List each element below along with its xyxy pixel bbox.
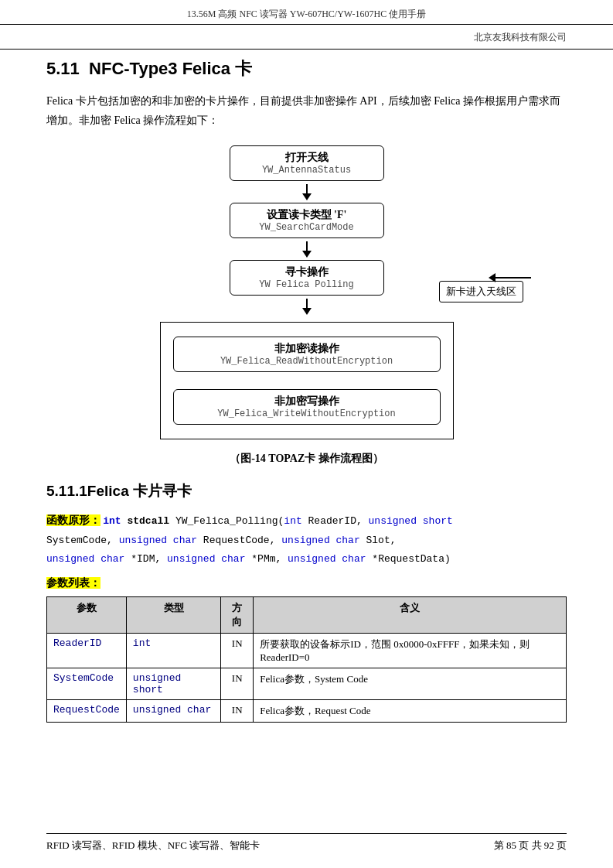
- param-name-6: *PMm,: [251, 553, 288, 565]
- param-type-3: unsigned char: [119, 535, 197, 546]
- flow-box-antenna-sub: YW_AntennaStatus: [246, 165, 368, 176]
- keyword-stdcall: stdcall: [127, 515, 175, 527]
- function-definition: 函数原形： int stdcall YW_Felica_Polling(int …: [46, 511, 567, 568]
- param-type-6: unsigned char: [167, 553, 245, 565]
- page-content: 5.11 NFC-Type3 Felica 卡 Felica 卡片包括加密的和非…: [0, 50, 613, 769]
- flow-box-polling-sub: YW Felica Polling: [246, 279, 368, 290]
- arrow-1: [302, 181, 312, 203]
- cell-param-1: ReaderID: [47, 633, 127, 668]
- cell-type-3: unsigned char: [126, 699, 220, 722]
- cell-dir-3: IN: [221, 699, 254, 722]
- col-header-type: 类型: [126, 596, 220, 633]
- param-name-3: RequestCode,: [203, 535, 281, 546]
- subsection-title: 5.11.1Felica 卡片寻卡: [46, 481, 567, 501]
- func-name: YW_Felica_Polling(: [175, 515, 284, 527]
- table-header-row: 参数 类型 方向 含义: [47, 596, 567, 633]
- flowchart-caption: （图-14 TOPAZ卡 操作流程图）: [46, 452, 567, 466]
- side-note-text: 新卡进入天线区: [446, 285, 516, 297]
- side-note-newcard: 新卡进入天线区: [439, 281, 523, 302]
- flow-box-searchcard: 设置读卡类型 'F' YW_SearchCardMode: [230, 203, 384, 238]
- flow-box-read: 非加密读操作 YW_Felica_ReadWithoutEncryption: [173, 337, 441, 372]
- flow-box-searchcard-title: 设置读卡类型 'F': [246, 208, 368, 222]
- flow-box-write: 非加密写操作 YW_Felica_WriteWithoutEncryption: [173, 389, 441, 425]
- table-row: ReaderID int IN 所要获取的设备标示ID，范围 0x0000-0x…: [47, 633, 567, 668]
- keyword-int: int: [103, 515, 121, 527]
- arrow-2: [302, 238, 312, 260]
- cell-param-3: RequestCode: [47, 699, 127, 722]
- param-type-1: int: [284, 515, 301, 527]
- flow-box-polling: 寻卡操作 YW Felica Polling: [230, 260, 384, 296]
- intro-content: Felica 卡片包括加密的和非加密的卡片操作，目前提供非加密操作 API，后续…: [46, 95, 560, 126]
- parameter-table: 参数 类型 方向 含义 ReaderID int IN 所要获取的设备标示ID，…: [46, 596, 567, 723]
- flow-box-polling-title: 寻卡操作: [246, 265, 368, 279]
- company-name: 北京友我科技有限公司: [474, 32, 567, 43]
- param-type-7: unsigned char: [288, 553, 366, 565]
- header-title: 13.56M 高频 NFC 读写器 YW-607HC/YW-1607HC 使用手…: [187, 9, 426, 19]
- func-label: 函数原形：: [46, 514, 100, 526]
- subsection-title-text: Felica 卡片寻卡: [87, 483, 192, 499]
- flow-box-antenna: 打开天线 YW_AntennaStatus: [230, 145, 384, 181]
- col-header-direction: 方向: [221, 596, 254, 633]
- section-number: 5.11: [46, 59, 80, 78]
- param-type-4: unsigned char: [281, 535, 359, 546]
- cell-dir-2: IN: [221, 668, 254, 699]
- flow-box-searchcard-sub: YW_SearchCardMode: [246, 222, 368, 233]
- param-type-5: unsigned char: [46, 553, 124, 565]
- param-type-2: unsigned short: [369, 515, 453, 527]
- caption-text: （图-14 TOPAZ卡 操作流程图）: [230, 453, 383, 464]
- param-name-7: *RequestData): [372, 553, 450, 565]
- cell-type-1: int: [126, 633, 220, 668]
- arrow-3: [302, 296, 312, 317]
- param-label-highlight: 参数列表：: [46, 577, 100, 589]
- param-name-5: *IDM,: [131, 553, 167, 565]
- section-title: 5.11 NFC-Type3 Felica 卡: [46, 57, 567, 80]
- flow-box-read-title: 非加密读操作: [189, 342, 424, 356]
- flow-box-write-sub: YW_Felica_WriteWithoutEncryption: [189, 408, 424, 419]
- flowchart-container: 打开天线 YW_AntennaStatus 设置读卡类型 'F' YW_Sear…: [46, 145, 567, 439]
- col-header-meaning: 含义: [254, 596, 567, 633]
- line2-content: SystemCode,: [46, 535, 119, 546]
- flow-box-antenna-title: 打开天线: [246, 151, 368, 165]
- table-row: RequestCode unsigned char IN Felica参数，Re…: [47, 699, 567, 722]
- outer-operation-box: 非加密读操作 YW_Felica_ReadWithoutEncryption 非…: [160, 322, 454, 439]
- footer-right: 第 85 页 共 92 页: [494, 839, 567, 853]
- cell-dir-1: IN: [221, 633, 254, 668]
- subsection-number: 5.11.1: [46, 483, 87, 499]
- page-footer: RFID 读写器、RFID 模块、NFC 读写器、智能卡 第 85 页 共 92…: [46, 833, 567, 853]
- flow-box-read-sub: YW_Felica_ReadWithoutEncryption: [189, 356, 424, 367]
- cell-meaning-1: 所要获取的设备标示ID，范围 0x0000-0xFFFF，如果未知，则 Read…: [254, 633, 567, 668]
- cell-meaning-3: Felica参数，Request Code: [254, 699, 567, 722]
- page-header-title: 13.56M 高频 NFC 读写器 YW-607HC/YW-1607HC 使用手…: [0, 0, 613, 25]
- cell-type-2: unsigned short: [126, 668, 220, 699]
- param-list-label: 参数列表：: [46, 576, 567, 590]
- flow-box-write-title: 非加密写操作: [189, 395, 424, 408]
- page-header-company: 北京友我科技有限公司: [0, 29, 613, 50]
- col-header-param: 参数: [47, 596, 127, 633]
- table-row: SystemCode unsigned short IN Felica参数，Sy…: [47, 668, 567, 699]
- cell-param-2: SystemCode: [47, 668, 127, 699]
- section-title-text: NFC-Type3 Felica 卡: [89, 59, 252, 78]
- param-name-1: ReaderID,: [308, 515, 369, 527]
- footer-left: RFID 读写器、RFID 模块、NFC 读写器、智能卡: [46, 839, 260, 853]
- param-name-4: Slot,: [366, 535, 397, 546]
- intro-text: Felica 卡片包括加密的和非加密的卡片操作，目前提供非加密操作 API，后续…: [46, 91, 567, 130]
- cell-meaning-2: Felica参数，System Code: [254, 668, 567, 699]
